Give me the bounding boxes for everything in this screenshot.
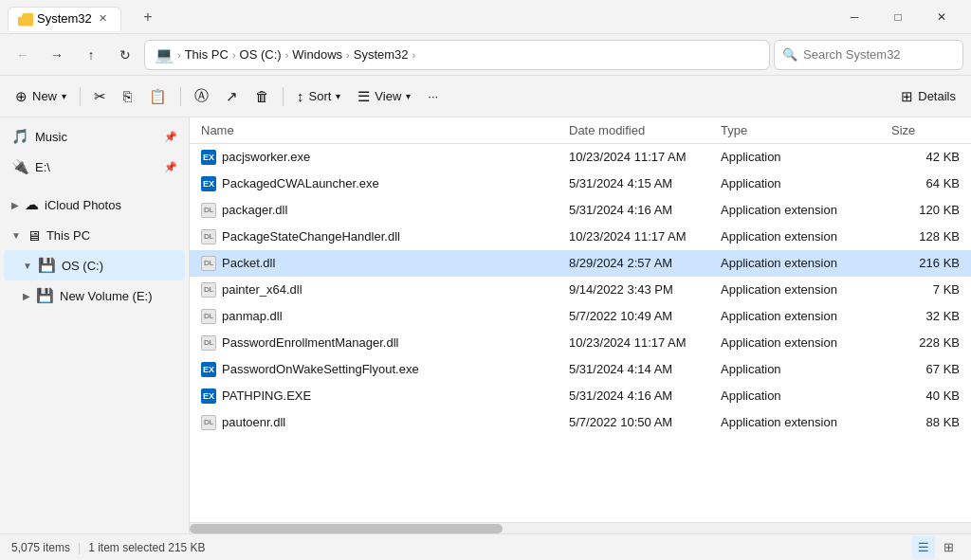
- file-name: PasswordEnrollmentManager.dll: [222, 335, 398, 350]
- close-button[interactable]: ✕: [920, 0, 963, 34]
- new-tab-button[interactable]: +: [135, 4, 161, 30]
- copy-button[interactable]: ⎘: [116, 81, 139, 112]
- file-type: Application extension: [717, 415, 888, 429]
- file-type: Application extension: [717, 203, 888, 217]
- paste-icon: 📋: [149, 88, 167, 105]
- maximize-button[interactable]: □: [876, 0, 920, 34]
- sidebar-item-music[interactable]: 🎵 Music 📌: [4, 121, 185, 152]
- share-button[interactable]: ↗: [218, 81, 246, 112]
- item-count: 5,075 items: [11, 541, 70, 554]
- icloud-icon: ☁: [25, 196, 39, 213]
- file-name-cell: EX PackagedCWALauncher.exe: [197, 176, 565, 191]
- search-input[interactable]: [803, 47, 955, 62]
- file-size: 216 KB: [888, 256, 963, 270]
- share-icon: ↗: [226, 88, 238, 105]
- new-dropdown-icon: ▾: [62, 91, 66, 101]
- file-name-cell: EX PasswordOnWakeSettingFlyout.exe: [197, 362, 565, 377]
- h-scrollbar-thumb[interactable]: [190, 524, 503, 533]
- computer-icon: 💻: [155, 45, 174, 63]
- table-row[interactable]: DL painter_x64.dll 9/14/2022 3:43 PM App…: [190, 277, 971, 303]
- sidebar-item-os-c[interactable]: ▼ 💾 OS (C:): [4, 250, 185, 280]
- tab-close-button[interactable]: ✕: [96, 11, 111, 27]
- toolbar: ⊕ New ▾ ✂ ⎘ 📋 Ⓐ ↗ 🗑 ↕ Sort ▾ ☰ View ▾ ··…: [0, 76, 971, 117]
- col-size[interactable]: Size: [888, 123, 963, 137]
- file-size: 88 KB: [888, 415, 963, 429]
- sidebar-item-new-volume[interactable]: ▶ 💾 New Volume (E:): [4, 280, 185, 311]
- col-name[interactable]: Name: [197, 123, 565, 137]
- rename-button[interactable]: Ⓐ: [187, 81, 216, 112]
- breadcrumb-system32[interactable]: System32: [354, 47, 409, 62]
- refresh-button[interactable]: ↻: [110, 40, 140, 70]
- breadcrumb-drive[interactable]: OS (C:): [240, 47, 282, 62]
- view-button[interactable]: ☰ View ▾: [350, 81, 418, 112]
- file-name: pacjsworker.exe: [222, 150, 310, 164]
- file-icon: EX: [201, 362, 216, 377]
- file-icon: EX: [201, 176, 216, 191]
- breadcrumb[interactable]: 💻 › This PC › OS (C:) › Windows › System…: [144, 40, 770, 70]
- sidebar-music-label: Music: [35, 130, 158, 144]
- table-row[interactable]: DL PasswordEnrollmentManager.dll 10/23/2…: [190, 330, 971, 356]
- file-date: 10/23/2024 11:17 AM: [565, 229, 717, 244]
- file-name: panmap.dll: [222, 309, 283, 323]
- sidebar-this-pc-label: This PC: [46, 228, 177, 243]
- table-row[interactable]: EX PasswordOnWakeSettingFlyout.exe 5/31/…: [190, 356, 971, 383]
- file-type: Application extension: [717, 256, 888, 270]
- file-list: EX pacjsworker.exe 10/23/2024 11:17 AM A…: [190, 144, 971, 522]
- sidebar-item-e-drive[interactable]: 🔌 E:\ 📌: [4, 152, 185, 182]
- table-row[interactable]: EX pacjsworker.exe 10/23/2024 11:17 AM A…: [190, 144, 971, 171]
- status-separator: |: [78, 541, 81, 554]
- delete-button[interactable]: 🗑: [247, 81, 277, 112]
- table-row[interactable]: DL packager.dll 5/31/2024 4:16 AM Applic…: [190, 197, 971, 224]
- sidebar-item-this-pc[interactable]: ▼ 🖥 This PC: [4, 220, 185, 250]
- minimize-button[interactable]: ─: [833, 0, 876, 34]
- window-controls: ─ □ ✕: [833, 0, 963, 34]
- breadcrumb-windows[interactable]: Windows: [292, 47, 342, 62]
- file-name-cell: DL PasswordEnrollmentManager.dll: [197, 335, 565, 351]
- file-name-cell: EX pacjsworker.exe: [197, 150, 565, 165]
- file-name: PackagedCWALauncher.exe: [222, 176, 379, 190]
- table-row[interactable]: EX PackagedCWALauncher.exe 5/31/2024 4:1…: [190, 171, 971, 197]
- tab-title: System32: [37, 11, 92, 26]
- forward-button[interactable]: →: [42, 40, 72, 70]
- file-date: 5/31/2024 4:16 AM: [565, 203, 717, 217]
- file-name-cell: DL pautoenr.dll: [197, 415, 565, 430]
- file-name-cell: DL packager.dll: [197, 203, 565, 218]
- sort-button[interactable]: ↕ Sort ▾: [289, 81, 348, 112]
- details-button[interactable]: ⊞ Details: [893, 81, 963, 112]
- col-type[interactable]: Type: [717, 123, 888, 137]
- file-name: pautoenr.dll: [222, 415, 285, 429]
- paste-button[interactable]: 📋: [141, 81, 174, 112]
- table-row[interactable]: DL Packet.dll 8/29/2024 2:57 AM Applicat…: [190, 250, 971, 277]
- table-row[interactable]: EX PATHPING.EXE 5/31/2024 4:16 AM Applic…: [190, 383, 971, 409]
- grid-view-button[interactable]: ⊞: [937, 536, 960, 559]
- table-row[interactable]: DL panmap.dll 5/7/2022 10:49 AM Applicat…: [190, 303, 971, 330]
- file-name-cell: DL painter_x64.dll: [197, 282, 565, 298]
- file-type: Application: [717, 150, 888, 164]
- table-row[interactable]: DL PackageStateChangeHandler.dll 10/23/2…: [190, 224, 971, 250]
- file-icon: DL: [201, 229, 216, 244]
- music-icon: 🎵: [11, 128, 29, 145]
- horizontal-scrollbar[interactable]: [190, 522, 971, 533]
- list-view-button[interactable]: ☰: [912, 536, 935, 559]
- file-size: 7 KB: [888, 282, 963, 297]
- new-button[interactable]: ⊕ New ▾: [8, 81, 74, 112]
- file-size: 64 KB: [888, 176, 963, 190]
- file-date: 10/23/2024 11:17 AM: [565, 335, 717, 350]
- breadcrumb-this-pc[interactable]: This PC: [185, 47, 229, 62]
- sidebar-os-c-label: OS (C:): [62, 259, 177, 273]
- file-name: PATHPING.EXE: [222, 388, 311, 403]
- up-button[interactable]: ↑: [76, 40, 106, 70]
- search-icon: 🔍: [782, 47, 797, 62]
- more-button[interactable]: ···: [420, 81, 446, 112]
- back-button[interactable]: ←: [8, 40, 38, 70]
- col-date-modified[interactable]: Date modified: [565, 123, 717, 137]
- sidebar-item-icloud[interactable]: ▶ ☁ iCloud Photos: [4, 190, 185, 220]
- status-bar: 5,075 items | 1 item selected 215 KB ☰ ⊞: [0, 533, 971, 560]
- search-bar[interactable]: 🔍: [774, 40, 963, 70]
- table-row[interactable]: DL pautoenr.dll 5/7/2022 10:50 AM Applic…: [190, 409, 971, 436]
- delete-icon: 🗑: [255, 88, 269, 104]
- sidebar-icloud-label: iCloud Photos: [45, 198, 177, 212]
- file-type: Application extension: [717, 335, 888, 350]
- file-name-cell: DL PackageStateChangeHandler.dll: [197, 229, 565, 244]
- cut-button[interactable]: ✂: [86, 81, 114, 112]
